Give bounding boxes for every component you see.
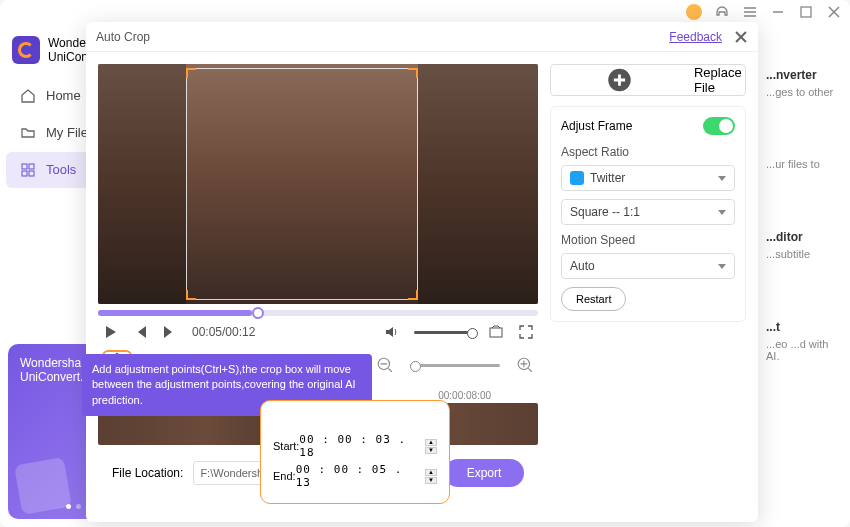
zoom-slider[interactable]: [410, 364, 500, 367]
crop-shade-right: [418, 64, 538, 304]
adjust-frame-toggle[interactable]: [703, 117, 735, 135]
sidebar-item-label: Home: [46, 88, 81, 103]
crop-handle-tl[interactable]: [186, 68, 196, 78]
crop-shade-left: [98, 64, 186, 304]
start-label: Start:: [273, 440, 299, 452]
tools-icon: [20, 162, 36, 178]
adjust-frame-label: Adjust Frame: [561, 119, 632, 133]
next-frame-button[interactable]: [162, 324, 178, 340]
folder-icon: [20, 125, 36, 141]
tool-card[interactable]: ...nverter...ges to other: [766, 68, 836, 98]
time-display: 00:05/00:12: [192, 325, 255, 339]
tool-card[interactable]: ...ditor...subtitle: [766, 230, 836, 260]
snapshot-icon[interactable]: [488, 324, 504, 340]
headset-icon[interactable]: [714, 4, 730, 20]
playback-scrubber[interactable]: [98, 310, 538, 316]
sidebar-item-label: Tools: [46, 162, 76, 177]
logo-icon: [12, 36, 40, 64]
aspect-ratio-value: Square -- 1:1: [570, 205, 640, 219]
plus-circle-icon: [551, 65, 688, 95]
twitter-icon: [570, 171, 584, 185]
scrub-thumb[interactable]: [252, 307, 264, 319]
file-location-label: File Location:: [112, 466, 183, 480]
time-label: 00:00:08:00: [438, 390, 491, 401]
zoom-in-icon[interactable]: [516, 356, 534, 374]
tool-cards: ...nverter...ges to other ...ur files to…: [766, 68, 836, 422]
svg-rect-4: [29, 171, 34, 176]
zoom-out-icon[interactable]: [376, 356, 394, 374]
close-button[interactable]: [826, 4, 842, 20]
menu-icon[interactable]: [742, 4, 758, 20]
play-button[interactable]: [102, 324, 118, 340]
end-label: End:: [273, 470, 296, 482]
minimize-button[interactable]: [770, 4, 786, 20]
video-preview[interactable]: [98, 64, 538, 304]
motion-speed-select[interactable]: Auto: [561, 253, 735, 279]
scrub-progress: [98, 310, 252, 316]
svg-rect-3: [22, 171, 27, 176]
start-spinner[interactable]: ▲▼: [425, 439, 437, 454]
maximize-button[interactable]: [798, 4, 814, 20]
crop-handle-br[interactable]: [408, 290, 418, 300]
aspect-platform-select[interactable]: Twitter: [561, 165, 735, 191]
crop-rectangle[interactable]: [186, 68, 418, 300]
tool-card[interactable]: ...ur files to: [766, 158, 836, 170]
svg-rect-2: [29, 164, 34, 169]
crop-handle-tr[interactable]: [408, 68, 418, 78]
avatar[interactable]: [686, 4, 702, 20]
replace-file-button[interactable]: Replace File: [550, 64, 746, 96]
volume-slider[interactable]: [414, 331, 474, 334]
crop-handle-bl[interactable]: [186, 290, 196, 300]
svg-rect-1: [22, 164, 27, 169]
end-time-value[interactable]: 00 : 00 : 05 . 13: [296, 463, 421, 489]
restart-button[interactable]: Restart: [561, 287, 626, 311]
chevron-down-icon: [718, 176, 726, 181]
feedback-link[interactable]: Feedback: [669, 30, 722, 44]
modal-title: Auto Crop: [96, 30, 150, 44]
chevron-down-icon: [718, 264, 726, 269]
settings-panel: Adjust Frame Aspect Ratio Twitter Square…: [550, 106, 746, 322]
aspect-ratio-select[interactable]: Square -- 1:1: [561, 199, 735, 225]
fullscreen-icon[interactable]: [518, 324, 534, 340]
export-button[interactable]: Export: [444, 459, 524, 487]
volume-icon[interactable]: [384, 324, 400, 340]
end-spinner[interactable]: ▲▼: [425, 469, 437, 484]
time-range-panel: Start: 00 : 00 : 03 . 18 ▲▼ End: 00 : 00…: [260, 400, 450, 504]
svg-rect-5: [490, 328, 502, 337]
close-icon[interactable]: [734, 30, 748, 44]
prev-frame-button[interactable]: [132, 324, 148, 340]
svg-rect-0: [801, 7, 811, 17]
motion-speed-value: Auto: [570, 259, 595, 273]
aspect-ratio-label: Aspect Ratio: [561, 145, 735, 159]
tool-card[interactable]: ...t...eo ...d with AI.: [766, 320, 836, 362]
home-icon: [20, 88, 36, 104]
start-time-value[interactable]: 00 : 00 : 03 . 18: [299, 433, 421, 459]
motion-speed-label: Motion Speed: [561, 233, 735, 247]
aspect-platform-value: Twitter: [590, 171, 625, 185]
chevron-down-icon: [718, 210, 726, 215]
replace-label: Replace File: [694, 65, 745, 95]
